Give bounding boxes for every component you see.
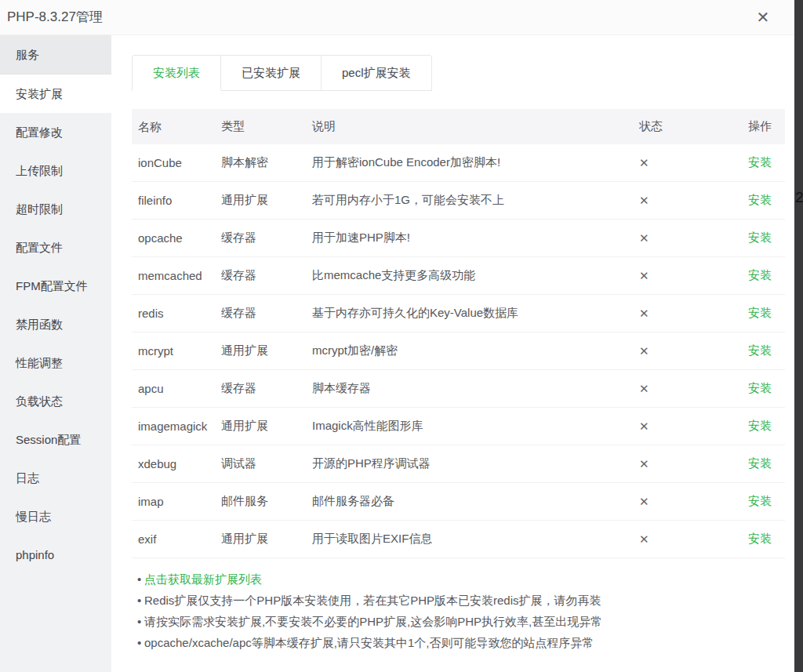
edge-partial-text: 2 [795, 189, 803, 206]
ext-desc-cell: 基于内存亦可持久化的Key-Value数据库 [301, 306, 639, 321]
table-body: ionCube 脚本解密 用于解密ionCube Encoder加密脚本! ✕ … [132, 144, 785, 558]
ext-desc-cell: 用于加速PHP脚本! [301, 231, 639, 245]
ext-desc-cell: 脚本缓存器 [301, 381, 639, 396]
bullet-icon: • [132, 568, 144, 590]
note-text[interactable]: 点击获取最新扩展列表 [144, 568, 262, 590]
column-header: 操作 [722, 119, 785, 134]
ext-name-cell: apcu [132, 380, 210, 398]
install-link[interactable]: 安装 [748, 268, 772, 282]
not-installed-icon: ✕ [639, 420, 649, 433]
column-header: 说明 [301, 119, 639, 134]
extensions-table: 名称类型说明状态操作 ionCube 脚本解密 用于解密ionCube Enco… [132, 109, 785, 558]
not-installed-icon: ✕ [639, 495, 649, 508]
sidebar-item-11[interactable]: 日志 [0, 459, 111, 497]
install-link[interactable]: 安装 [748, 231, 772, 244]
tab-install-list[interactable]: 安装列表 [132, 55, 221, 91]
table-row: imagemagick 通用扩展 Imagick高性能图形库 ✕ 安装 [132, 408, 785, 445]
install-link[interactable]: 安装 [748, 343, 772, 357]
sidebar-item-9[interactable]: 负载状态 [0, 382, 111, 420]
ext-status-cell: ✕ [639, 194, 722, 208]
install-link[interactable]: 安装 [748, 419, 772, 432]
ext-name-cell: imap [132, 493, 210, 510]
sidebar-item-4[interactable]: 超时限制 [0, 190, 111, 228]
ext-action-cell: 安装 [722, 306, 785, 321]
refresh-ext-list-link: • 点击获取最新扩展列表 [132, 568, 785, 590]
sidebar-item-0[interactable]: 服务 [0, 35, 111, 74]
sidebar-item-7[interactable]: 禁用函数 [0, 305, 111, 343]
sidebar-item-3[interactable]: 上传限制 [0, 151, 111, 190]
ext-type-cell: 缓存器 [210, 231, 301, 245]
tab-installed-extensions[interactable]: 已安装扩展 [221, 55, 322, 91]
ext-type-cell: 缓存器 [210, 268, 301, 283]
sidebar-item-5[interactable]: 配置文件 [0, 228, 111, 267]
ext-name-cell: ionCube [132, 154, 210, 172]
dialog-title: PHP-8.3.27管理 [7, 0, 103, 35]
not-installed-icon: ✕ [639, 382, 649, 395]
table-header: 名称类型说明状态操作 [132, 109, 785, 144]
ext-status-cell: ✕ [639, 457, 722, 471]
close-icon: ✕ [757, 9, 770, 26]
note-text: 请按实际需求安装扩展,不要安装不必要的PHP扩展,这会影响PHP执行效率,甚至出… [144, 611, 602, 632]
ext-action-cell: 安装 [722, 494, 785, 509]
tab-bar: 安装列表已安装扩展pecl扩展安装 [132, 55, 432, 91]
ext-type-cell: 通用扩展 [210, 532, 301, 547]
ext-status-cell: ✕ [639, 420, 722, 434]
not-installed-icon: ✕ [639, 231, 649, 245]
ext-type-cell: 调试器 [210, 456, 301, 471]
ext-status-cell: ✕ [639, 532, 722, 547]
ext-action-cell: 安装 [722, 231, 785, 245]
ext-desc-cell: 用于读取图片EXIF信息 [301, 532, 639, 547]
background-edge-strip: 2 [794, 0, 803, 672]
ext-status-cell: ✕ [639, 231, 722, 245]
not-installed-icon: ✕ [639, 457, 649, 470]
ext-status-cell: ✕ [639, 156, 722, 170]
ext-status-cell: ✕ [639, 495, 722, 509]
bullet-icon: • [132, 611, 144, 632]
ext-type-cell: 缓存器 [210, 381, 301, 396]
ext-name-cell: opcache [132, 230, 210, 247]
table-row: redis 缓存器 基于内存亦可持久化的Key-Value数据库 ✕ 安装 [132, 295, 785, 332]
ext-desc-cell: 邮件服务器必备 [301, 494, 639, 509]
ext-name-cell: fileinfo [132, 192, 210, 209]
table-row: apcu 缓存器 脚本缓存器 ✕ 安装 [132, 370, 785, 408]
install-link[interactable]: 安装 [748, 494, 772, 507]
sidebar-item-6[interactable]: FPM配置文件 [0, 267, 111, 305]
install-link[interactable]: 安装 [748, 456, 772, 470]
not-installed-icon: ✕ [639, 344, 649, 358]
table-row: xdebug 调试器 开源的PHP程序调试器 ✕ 安装 [132, 445, 785, 483]
tab-pecl-install[interactable]: pecl扩展安装 [322, 55, 432, 91]
ext-desc-cell: mcrypt加密/解密 [301, 343, 639, 358]
main-panel: 安装列表已安装扩展pecl扩展安装 名称类型说明状态操作 ionCube 脚本解… [111, 35, 794, 672]
sidebar-item-2[interactable]: 配置修改 [0, 113, 111, 151]
ext-name-cell: imagemagick [132, 418, 210, 435]
note-item: • 请按实际需求安装扩展,不要安装不必要的PHP扩展,这会影响PHP执行效率,甚… [132, 611, 785, 632]
ext-action-cell: 安装 [722, 381, 785, 396]
ext-status-cell: ✕ [639, 269, 722, 283]
sidebar-item-1[interactable]: 安装扩展 [0, 74, 111, 113]
ext-type-cell: 通用扩展 [210, 343, 301, 358]
sidebar-item-12[interactable]: 慢日志 [0, 497, 111, 536]
install-link[interactable]: 安装 [748, 193, 772, 206]
bullet-icon: • [132, 590, 144, 611]
close-button[interactable]: ✕ [752, 6, 774, 28]
install-link[interactable]: 安装 [748, 306, 772, 319]
sidebar-item-13[interactable]: phpinfo [0, 536, 111, 574]
table-row: imap 邮件服务 邮件服务器必备 ✕ 安装 [132, 483, 785, 521]
column-header: 状态 [639, 119, 722, 134]
ext-type-cell: 缓存器 [210, 306, 301, 321]
table-row: memcached 缓存器 比memcache支持更多高级功能 ✕ 安装 [132, 257, 785, 295]
ext-name-cell: exif [132, 531, 210, 548]
ext-name-cell: mcrypt [132, 343, 210, 360]
not-installed-icon: ✕ [639, 194, 649, 207]
table-row: fileinfo 通用扩展 若可用内存小于1G，可能会安装不上 ✕ 安装 [132, 182, 785, 220]
install-link[interactable]: 安装 [748, 155, 772, 169]
sidebar-item-8[interactable]: 性能调整 [0, 343, 111, 382]
install-link[interactable]: 安装 [748, 381, 772, 394]
install-link[interactable]: 安装 [748, 532, 772, 545]
not-installed-icon: ✕ [639, 269, 649, 282]
ext-name-cell: memcached [132, 267, 210, 285]
ext-action-cell: 安装 [722, 193, 785, 208]
table-row: ionCube 脚本解密 用于解密ionCube Encoder加密脚本! ✕ … [132, 144, 785, 182]
sidebar-item-10[interactable]: Session配置 [0, 420, 111, 459]
ext-type-cell: 通用扩展 [210, 419, 301, 434]
